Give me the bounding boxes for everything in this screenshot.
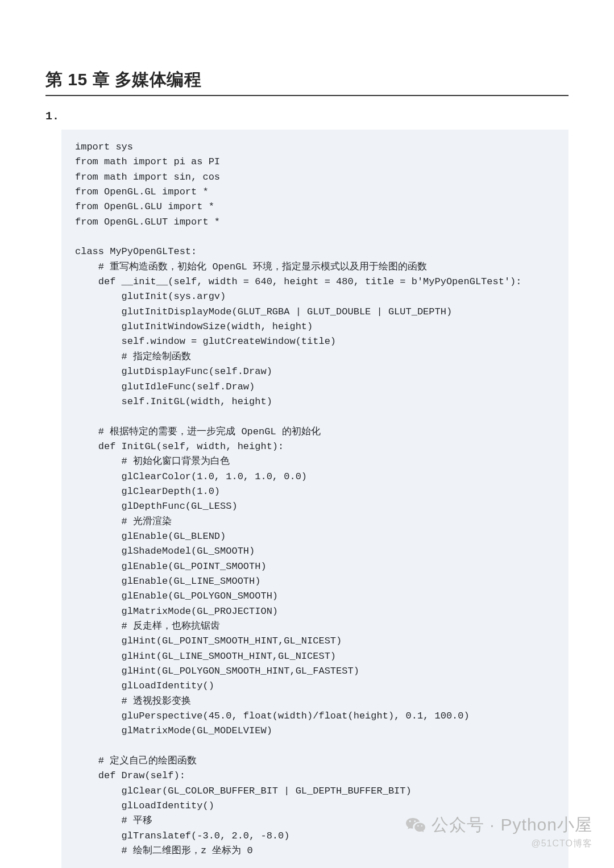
code-block: import sys from math import pi as PI fro… [61, 130, 569, 868]
question-number: 1. [45, 110, 569, 123]
document-page: 第 15 章 多媒体编程 1. import sys from math imp… [0, 0, 614, 868]
watermark-name: Python小屋 [501, 813, 592, 837]
watermark-prefix: 公众号 · [432, 813, 495, 837]
chapter-title: 第 15 章 多媒体编程 [45, 68, 569, 92]
watermark-row: 公众号 · Python小屋 [405, 813, 592, 837]
watermark-sub: @51CTO博客 [531, 838, 592, 850]
title-underline [45, 95, 569, 96]
wechat-icon [405, 817, 426, 834]
watermark: 公众号 · Python小屋 @51CTO博客 [405, 813, 592, 850]
